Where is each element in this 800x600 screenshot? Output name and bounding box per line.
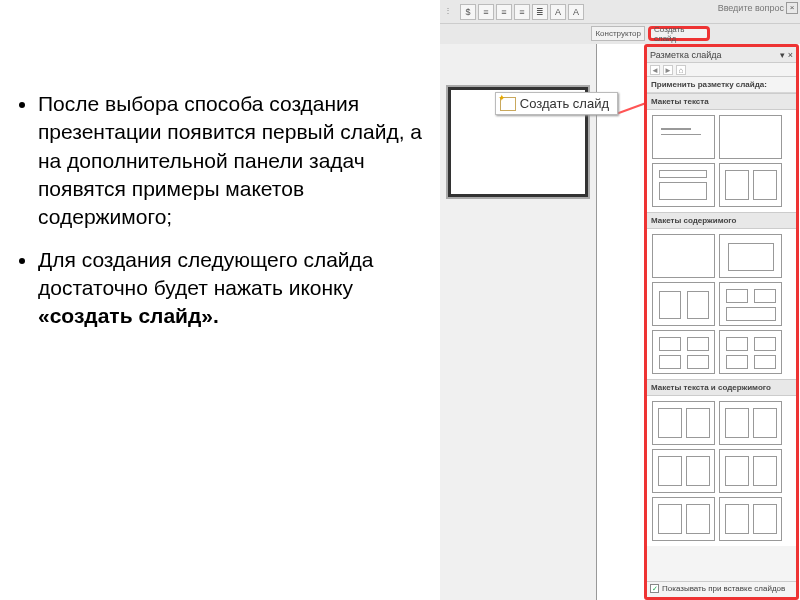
layout-thumb[interactable] <box>652 234 715 278</box>
back-icon[interactable]: ◄ <box>650 65 660 75</box>
bullet-1: После выбора способа создания презентаци… <box>38 90 428 232</box>
create-slide-button-highlighted[interactable]: Создать слайд <box>648 26 710 41</box>
layout-thumb[interactable] <box>719 234 782 278</box>
layout-thumb[interactable] <box>719 449 782 493</box>
toolbar-button[interactable]: $ <box>460 4 476 20</box>
close-icon[interactable]: × <box>786 2 798 14</box>
second-toolbar: Конструктор Создать слайд <box>440 24 800 44</box>
home-icon[interactable]: ⌂ <box>676 65 686 75</box>
text-layouts-grid <box>647 110 796 212</box>
slide-outline-pane <box>440 44 597 600</box>
apply-layout-label: Применить разметку слайда: <box>647 77 796 93</box>
align-left-icon[interactable]: ≡ <box>478 4 494 20</box>
slide-body: После выбора способа создания презентаци… <box>18 90 428 345</box>
layout-thumb[interactable] <box>652 401 715 445</box>
show-on-insert-checkbox[interactable]: ✓ Показывать при вставке слайдов <box>647 581 796 595</box>
section-text-layouts: Макеты текста <box>647 93 796 110</box>
task-pane-title: Разметка слайда ▾ × <box>647 47 796 63</box>
text-content-layouts-grid <box>647 396 796 546</box>
section-text-content-layouts: Макеты текста и содержимого <box>647 379 796 396</box>
layout-thumb[interactable] <box>719 330 782 374</box>
task-pane-highlighted: Разметка слайда ▾ × ◄ ► ⌂ Применить разм… <box>644 44 799 600</box>
font-decrease-icon[interactable]: A <box>568 4 584 20</box>
toolbar-button[interactable]: ≣ <box>532 4 548 20</box>
layout-thumb[interactable] <box>652 330 715 374</box>
layout-thumb[interactable] <box>652 163 715 207</box>
layout-thumb[interactable] <box>719 163 782 207</box>
forward-icon[interactable]: ► <box>663 65 673 75</box>
create-slide-callout: Создать слайд <box>495 92 618 115</box>
content-layouts-grid <box>647 229 796 379</box>
bullet-2: Для создания следующего слайда достаточн… <box>38 246 428 331</box>
layout-thumb[interactable] <box>652 282 715 326</box>
dropdown-icon[interactable]: ▾ × <box>780 50 793 60</box>
layout-thumb[interactable] <box>719 115 782 159</box>
layout-thumb[interactable] <box>652 115 715 159</box>
layout-thumb[interactable] <box>652 449 715 493</box>
toolbar: ⋮ $ ≡ ≡ ≡ ≣ A A Введите вопрос × <box>440 0 800 24</box>
task-pane-nav: ◄ ► ⌂ <box>647 63 796 77</box>
toolbar-grip-icon: ⋮ <box>444 6 455 15</box>
constructor-button[interactable]: Конструктор <box>591 26 645 41</box>
powerpoint-screenshot: ⋮ $ ≡ ≡ ≡ ≣ A A Введите вопрос × Констру… <box>440 0 800 600</box>
align-center-icon[interactable]: ≡ <box>496 4 512 20</box>
layout-thumb[interactable] <box>719 282 782 326</box>
section-content-layouts: Макеты содержимого <box>647 212 796 229</box>
layout-thumb[interactable] <box>719 401 782 445</box>
layout-thumb[interactable] <box>652 497 715 541</box>
question-input[interactable]: Введите вопрос <box>718 3 784 13</box>
layout-thumb[interactable] <box>719 497 782 541</box>
new-slide-icon <box>500 97 516 111</box>
checkbox-icon: ✓ <box>650 584 659 593</box>
align-right-icon[interactable]: ≡ <box>514 4 530 20</box>
font-increase-icon[interactable]: A <box>550 4 566 20</box>
